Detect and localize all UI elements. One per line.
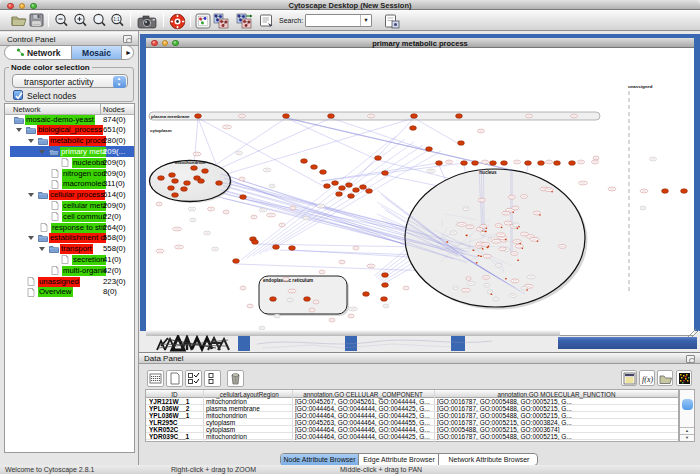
svg-text:mitochondrion: mitochondrion: [175, 160, 206, 165]
svg-text:cytoplasm: cytoplasm: [150, 128, 172, 133]
svg-text:plasma membrane: plasma membrane: [151, 114, 190, 119]
svg-text:unassigned: unassigned: [628, 84, 653, 89]
svg-text:1:1: 1:1: [113, 17, 120, 22]
svg-text:nucleus: nucleus: [479, 170, 497, 175]
svg-text:f(x): f(x): [642, 375, 653, 384]
